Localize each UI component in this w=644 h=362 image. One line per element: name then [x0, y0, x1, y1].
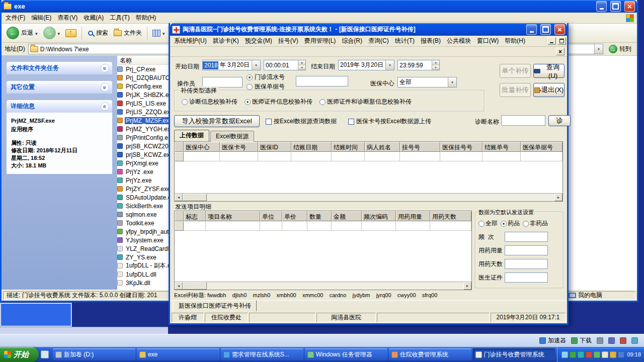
mdi-restore-button[interactable]	[557, 37, 566, 45]
horizontal-scrollbar[interactable]	[175, 193, 562, 201]
send-field-input[interactable]	[505, 245, 548, 255]
retype-option[interactable]: 医师证件信息校验补传	[245, 98, 312, 106]
grid-column-header[interactable]: 单价	[282, 211, 307, 221]
grid-column-header[interactable]: 医保卡号	[220, 142, 258, 152]
grid-cell[interactable]	[184, 152, 220, 161]
bottom-tab[interactable]: 新医保接口医师证件号补传	[173, 300, 257, 312]
grid-column-header[interactable]: 金额	[332, 211, 362, 221]
grid-cell[interactable]	[365, 152, 400, 161]
send-field-input[interactable]	[505, 259, 548, 269]
tray-icon[interactable]	[602, 351, 608, 358]
menu-item[interactable]: 费用管理(L)	[301, 36, 339, 46]
tab[interactable]: 上传数据	[174, 130, 209, 141]
grid-column-header[interactable]: 单位	[260, 211, 282, 221]
grid-cell[interactable]	[396, 221, 430, 231]
up-button[interactable]	[63, 28, 78, 38]
diagnosis-lookup-button[interactable]: 诊	[548, 115, 571, 126]
radio-outpatient-serial[interactable]: 门诊流水号	[247, 73, 285, 81]
section-details[interactable]: 详细信息	[7, 100, 112, 113]
section-other-places[interactable]: 其它位置	[7, 81, 112, 94]
app-maximize-button[interactable]	[540, 24, 551, 35]
horizontal-scrollbar[interactable]	[175, 282, 471, 290]
grid-cell[interactable]	[258, 152, 291, 161]
grid-cell[interactable]	[332, 221, 362, 231]
tray-icon[interactable]	[610, 351, 616, 358]
back-dropdown-icon[interactable]	[35, 30, 38, 37]
app-titlebar[interactable]: 闽清县医院--门诊挂号收费管理系统-连接开票系统失败！ - [新医保接口医师证件…	[170, 23, 567, 36]
send-option[interactable]: 全部	[478, 219, 498, 228]
insurance-center-select[interactable]: 全部	[397, 77, 457, 87]
close-button[interactable]	[624, 1, 635, 12]
grid-column-header[interactable]: 医保中心	[184, 142, 220, 152]
tray-icon[interactable]	[618, 351, 624, 358]
grid-cell[interactable]	[206, 221, 260, 231]
go-button[interactable]: 转到	[606, 44, 634, 54]
start-button[interactable]: 开始	[0, 347, 39, 362]
menu-item[interactable]: 就诊卡(K)	[210, 36, 242, 46]
grid-column-header[interactable]: 用药用量	[396, 211, 430, 221]
exit-button[interactable]: 退出(X)	[533, 83, 565, 97]
taskbar-button[interactable]: 需求管理在线系统S...	[221, 348, 303, 360]
minimize-button[interactable]	[596, 1, 607, 12]
tray-icon[interactable]	[578, 351, 584, 358]
menu-item[interactable]: 统计(T)	[392, 36, 418, 46]
grid-cell[interactable]	[260, 221, 282, 231]
retype-option[interactable]: 医师证件和诊断新信息校验补传	[319, 98, 412, 106]
grid-column-header[interactable]: 结账单号	[482, 142, 521, 152]
explorer-titlebar[interactable]: exe	[2, 0, 637, 13]
expand-chevron-icon[interactable]	[101, 64, 109, 72]
app-minimize-button[interactable]	[526, 24, 537, 35]
grid-column-header[interactable]: 病人姓名	[365, 142, 400, 152]
grid-cell[interactable]	[220, 152, 258, 161]
dock-icon[interactable]	[620, 337, 626, 344]
batch-retransmit-button[interactable]: 批量补传	[500, 83, 531, 97]
collapse-chevron-icon[interactable]	[101, 102, 109, 111]
send-field-input[interactable]	[505, 273, 548, 283]
taskbar-button[interactable]: 门诊挂号收费管理系统	[473, 348, 555, 360]
menu-item[interactable]: 窗口(W)	[474, 36, 502, 46]
column-header-name[interactable]: 名称	[117, 56, 172, 65]
spin-up-icon[interactable]	[432, 60, 439, 65]
menu-item[interactable]: 查看(V)	[54, 13, 80, 23]
section-file-tasks[interactable]: 文件和文件夹任务	[7, 62, 112, 74]
scroll-right-icon[interactable]	[554, 194, 562, 201]
grid-column-header[interactable]: 频次编码	[362, 211, 396, 221]
grid-column-header[interactable]: 标志	[184, 211, 206, 221]
serial-number-input[interactable]	[296, 76, 348, 86]
grid-cell[interactable]	[430, 221, 471, 231]
send-field-input[interactable]	[505, 232, 548, 242]
mdi-minimize-button[interactable]	[547, 37, 556, 45]
grid-column-header[interactable]: 项目名称	[206, 211, 260, 221]
retype-option[interactable]: 诊断信息校验补传	[182, 98, 237, 106]
dock-icon[interactable]	[631, 337, 638, 344]
quick-launch-icon[interactable]	[41, 350, 49, 358]
send-detail-grid[interactable]: 标志项目名称单位单价数量金额频次编码用药用量用药天数	[174, 211, 472, 290]
grid-cell[interactable]	[307, 221, 332, 231]
tray-icon[interactable]	[570, 351, 576, 358]
grid-cell[interactable]	[440, 152, 482, 161]
back-button[interactable]: ← 后退	[5, 26, 40, 40]
grid-cell[interactable]	[362, 221, 396, 231]
scroll-right-icon[interactable]	[463, 282, 471, 290]
expand-chevron-icon[interactable]	[101, 83, 109, 92]
import-excel-button[interactable]: 导入校验异常数据Excel	[174, 115, 260, 127]
forward-button[interactable]: →	[41, 26, 62, 40]
accelerator-item[interactable]: 加速器	[539, 336, 566, 345]
grid-column-header[interactable]: 结账时间	[332, 142, 365, 152]
scroll-left-icon[interactable]	[175, 282, 183, 290]
taskbar-button[interactable]: 新加卷 (D:)	[53, 348, 135, 360]
grid-column-header[interactable]: 医保挂号号	[440, 142, 482, 152]
row-selector[interactable]	[175, 221, 184, 231]
start-date-picker[interactable]: 2018年 3月20日	[202, 60, 261, 70]
scroll-thumb[interactable]	[183, 282, 207, 290]
checkbox-query-by-excel[interactable]: 按Excel数据源查询数据	[266, 117, 337, 126]
upload-data-grid[interactable]: 医保中心医保卡号医保ID结账日期结账时间病人姓名挂号号医保挂号号结账单号医保单据…	[174, 141, 563, 202]
checkbox-card-by-excel[interactable]: 医保卡号按Excel数据源上传	[348, 117, 431, 126]
calendar-dropdown-icon[interactable]	[252, 60, 260, 70]
grid-column-header[interactable]: 挂号号	[400, 142, 440, 152]
app-close-button[interactable]	[554, 24, 565, 35]
maximize-button[interactable]	[610, 1, 621, 12]
menu-item[interactable]: 查询(C)	[365, 36, 392, 46]
scroll-thumb[interactable]	[183, 194, 207, 201]
tab[interactable]: Excel数据源	[210, 131, 254, 142]
